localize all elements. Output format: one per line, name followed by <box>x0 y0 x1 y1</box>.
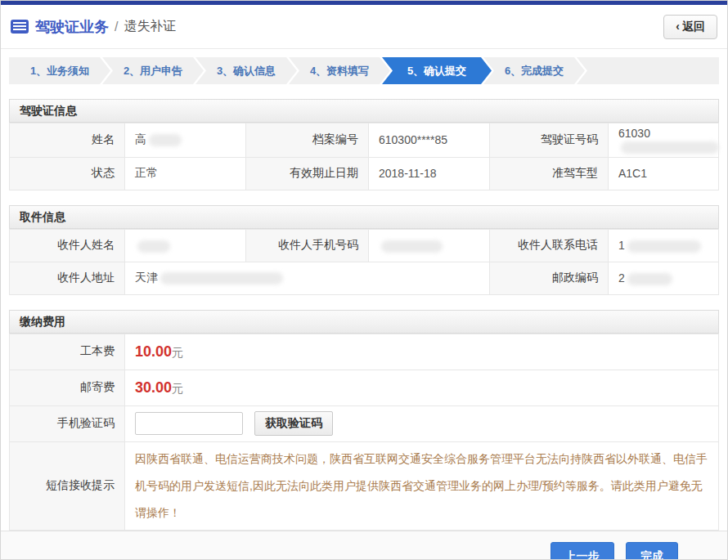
previous-step-button[interactable]: 上一步 <box>550 542 614 560</box>
recipient-phone-label: 收件人联系电话 <box>490 229 609 262</box>
table-row: 状态 正常 有效期止日期 2018-11-18 准驾车型 A1C1 <box>10 157 719 190</box>
tab-step-6[interactable]: 6、完成提交 <box>483 57 585 84</box>
tab-step-3[interactable]: 3、确认信息 <box>195 57 297 84</box>
sms-notice-label: 短信接收提示 <box>10 441 125 530</box>
sms-code-input[interactable] <box>135 412 243 435</box>
vehicle-class-label: 准驾车型 <box>490 157 609 190</box>
breadcrumb-divider: / <box>115 20 118 34</box>
file-no-label: 档案编号 <box>246 123 369 158</box>
license-no-label: 驾驶证号码 <box>490 123 609 158</box>
pickup-info-section: 取件信息 收件人姓名 收件人手机号码 收件人联系电话 1 收件人地址 天津 邮政… <box>9 205 719 295</box>
redacted-blur <box>621 141 719 154</box>
redacted-blur <box>149 134 182 146</box>
license-info-section: 驾驶证信息 姓名 高 档案编号 610300****85 驾驶证号码 61030… <box>9 99 719 190</box>
table-row: 收件人姓名 收件人手机号码 收件人联系电话 1 <box>10 229 719 262</box>
table-row: 短信接收提示 因陕西省联通、电信运营商技术问题，陕西省互联网交通安全综合服务管理… <box>10 441 719 530</box>
table-row: 工本费 10.00元 <box>10 334 719 370</box>
table-row: 邮寄费 30.00元 <box>10 370 719 405</box>
page-header: 驾驶证业务 / 遗失补证 ‹返回 <box>1 5 727 49</box>
get-code-button[interactable]: 获取验证码 <box>254 411 333 436</box>
table-row: 手机验证码 获取验证码 <box>10 405 719 441</box>
vehicle-class-value: A1C1 <box>609 157 719 190</box>
page: 驾驶证业务 / 遗失补证 ‹返回 1、业务须知 2、用户申告 3、确认信息 4、… <box>0 0 728 560</box>
mail-fee-value: 30.00元 <box>125 370 719 405</box>
fees-table: 工本费 10.00元 邮寄费 30.00元 手机验证码 获取验证码 短信接收提示… <box>9 334 719 531</box>
mail-fee-unit: 元 <box>172 382 183 395</box>
redacted-blur <box>627 240 701 253</box>
file-no-value: 610300****85 <box>369 123 490 158</box>
pickup-info-table: 收件人姓名 收件人手机号码 收件人联系电话 1 收件人地址 天津 邮政编码 2 <box>9 229 719 295</box>
status-value: 正常 <box>125 157 246 190</box>
sms-notice-cell: 因陕西省联通、电信运营商技术问题，陕西省互联网交通安全综合服务管理平台无法向持陕… <box>125 441 719 530</box>
postal-code-label: 邮政编码 <box>490 262 609 294</box>
license-info-table: 姓名 高 档案编号 610300****85 驾驶证号码 61030 状态 正常… <box>9 123 719 190</box>
step-tabs: 1、业务须知 2、用户申告 3、确认信息 4、资料填写 5、确认提交 6、完成提… <box>9 57 719 84</box>
finish-button[interactable]: 完成 <box>626 542 678 560</box>
work-fee-label: 工本费 <box>10 334 125 370</box>
recipient-phone-value: 1 <box>609 229 719 262</box>
work-fee-value: 10.00元 <box>125 334 719 370</box>
recipient-address-label: 收件人地址 <box>10 262 125 294</box>
back-button[interactable]: ‹返回 <box>663 15 717 39</box>
sms-code-cell: 获取验证码 <box>125 405 719 441</box>
fees-section-title: 缴纳费用 <box>9 310 719 334</box>
mail-fee-label: 邮寄费 <box>10 370 125 405</box>
back-button-label: 返回 <box>682 20 705 33</box>
status-label: 状态 <box>10 157 125 190</box>
pickup-section-title: 取件信息 <box>9 205 719 229</box>
license-no-value: 61030 <box>609 123 719 158</box>
recipient-mobile-value <box>369 229 490 262</box>
page-title: 驾驶证业务 <box>35 17 109 37</box>
tab-step-5-active[interactable]: 5、确认提交 <box>382 57 492 84</box>
name-value: 高 <box>125 123 246 158</box>
tab-step-1[interactable]: 1、业务须知 <box>9 57 110 84</box>
work-fee-amount: 10.00 <box>135 343 172 360</box>
sms-notice-text: 因陕西省联通、电信运营商技术问题，陕西省互联网交通安全综合服务管理平台无法向持陕… <box>135 452 708 519</box>
expiry-label: 有效期止日期 <box>246 157 369 190</box>
recipient-name-value <box>125 229 246 262</box>
tab-step-4[interactable]: 4、资料填写 <box>289 57 390 84</box>
recipient-address-value: 天津 <box>125 262 490 294</box>
redacted-blur <box>160 272 283 284</box>
chevron-left-icon: ‹ <box>676 20 680 33</box>
list-icon <box>11 20 29 34</box>
mail-fee-amount: 30.00 <box>135 379 172 396</box>
redacted-blur <box>137 240 170 253</box>
table-row: 收件人地址 天津 邮政编码 2 <box>10 262 719 294</box>
license-section-title: 驾驶证信息 <box>9 99 719 123</box>
sms-code-label: 手机验证码 <box>10 405 125 441</box>
tab-step-2[interactable]: 2、用户申告 <box>102 57 204 84</box>
recipient-name-label: 收件人姓名 <box>10 229 125 262</box>
redacted-blur <box>627 273 672 285</box>
fees-section: 缴纳费用 工本费 10.00元 邮寄费 30.00元 手机验证码 获取验证码 短… <box>9 310 719 531</box>
table-row: 姓名 高 档案编号 610300****85 驾驶证号码 61030 <box>10 123 719 158</box>
postal-code-value: 2 <box>609 262 719 294</box>
footer-actions: 上一步 完成 <box>1 531 727 560</box>
name-label: 姓名 <box>10 123 125 158</box>
tab-strip-filler <box>577 57 719 84</box>
work-fee-unit: 元 <box>172 346 183 359</box>
breadcrumb-current: 遗失补证 <box>124 18 176 35</box>
expiry-value: 2018-11-18 <box>369 157 490 190</box>
redacted-blur <box>381 240 443 253</box>
recipient-mobile-label: 收件人手机号码 <box>246 229 369 262</box>
